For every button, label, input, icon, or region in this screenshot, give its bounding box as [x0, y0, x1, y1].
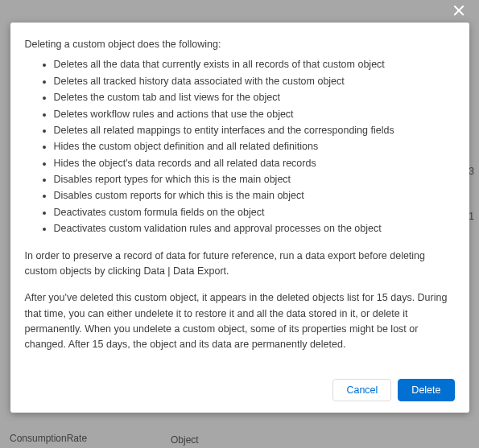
list-item: Deletes the custom tab and list views fo… — [54, 90, 455, 105]
delete-confirm-modal: Deleting a custom object does the follow… — [10, 23, 469, 413]
list-item: Disables custom reports for which this i… — [54, 188, 455, 203]
export-note: In order to preserve a record of data fo… — [25, 249, 455, 280]
list-item: Deactivates custom validation rules and … — [54, 221, 455, 236]
list-item: Deletes all tracked history data associa… — [54, 74, 455, 89]
close-icon — [452, 3, 466, 21]
consequences-list: Deletes all the data that currently exis… — [25, 57, 455, 236]
list-item: Deletes workflow rules and actions that … — [54, 107, 455, 122]
intro-text: Deleting a custom object does the follow… — [25, 37, 455, 52]
list-item: Deactivates custom formula fields on the… — [54, 205, 455, 220]
close-button[interactable] — [450, 3, 468, 21]
modal-overlay: Deleting a custom object does the follow… — [0, 0, 479, 448]
cancel-button[interactable]: Cancel — [332, 379, 391, 401]
retention-note: After you've deleted this custom object,… — [25, 290, 455, 353]
list-item: Deletes all related mappings to entity i… — [54, 123, 455, 138]
delete-button[interactable]: Delete — [398, 379, 454, 401]
list-item: Deletes all the data that currently exis… — [54, 57, 455, 72]
list-item: Disables report types for which this is … — [54, 172, 455, 187]
list-item: Hides the custom object definition and a… — [54, 139, 455, 154]
modal-body: Deleting a custom object does the follow… — [10, 23, 469, 371]
list-item: Hides the object's data records and all … — [54, 156, 455, 171]
modal-footer: Cancel Delete — [10, 371, 469, 413]
